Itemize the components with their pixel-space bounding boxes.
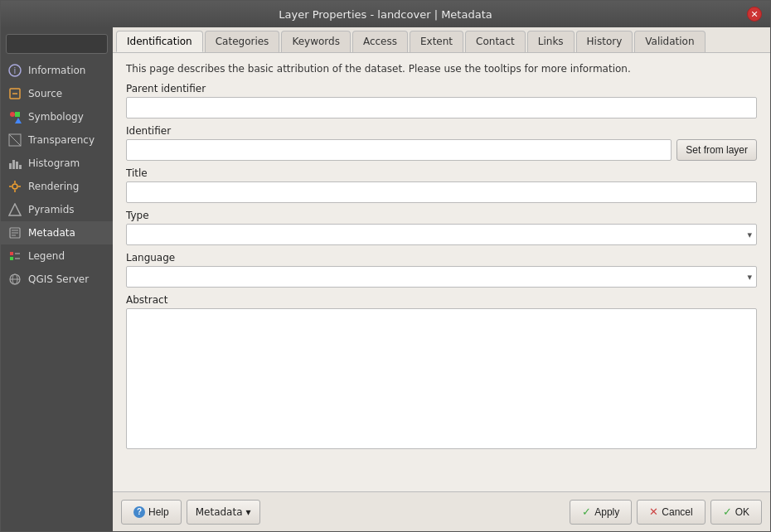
sidebar-item-label-symbology: Symbology: [28, 111, 84, 123]
title-label: Title: [126, 167, 757, 179]
svg-marker-6: [15, 118, 22, 123]
sidebar-item-legend[interactable]: Legend: [1, 244, 113, 268]
tab-access[interactable]: Access: [352, 31, 408, 52]
symbology-icon: [7, 109, 22, 124]
close-button[interactable]: ✕: [747, 7, 762, 22]
cancel-button[interactable]: ✕ Cancel: [637, 500, 705, 525]
svg-rect-5: [15, 112, 20, 117]
svg-rect-9: [12, 160, 15, 169]
window-title: Layer Properties - landcover | Metadata: [24, 8, 747, 21]
sidebar: iInformationSourceSymbologyTransparencyH…: [1, 27, 113, 531]
set-from-layer-button[interactable]: Set from layer: [676, 139, 757, 161]
apply-button[interactable]: ✓ Apply: [570, 500, 632, 525]
footer: ? Help Metadata ▾ ✓ Apply ✕ Canc: [113, 491, 770, 531]
svg-point-4: [10, 112, 15, 117]
language-select[interactable]: [126, 266, 757, 288]
tab-contact[interactable]: Contact: [465, 31, 526, 52]
sidebar-item-label-pyramids: Pyramids: [28, 204, 75, 215]
svg-marker-17: [9, 204, 21, 215]
legend-icon: [7, 249, 22, 264]
rendering-icon: [7, 179, 22, 194]
source-icon: [7, 86, 22, 101]
tab-links[interactable]: Links: [527, 31, 575, 52]
type-select[interactable]: [126, 224, 757, 245]
histogram-icon: [7, 156, 22, 171]
sidebar-item-label-information: Information: [28, 65, 85, 76]
identifier-label: Identifier: [126, 125, 757, 137]
metadata-dropdown[interactable]: Metadata ▾: [187, 500, 260, 525]
tab-identification[interactable]: Identification: [116, 31, 203, 52]
identifier-input[interactable]: [126, 139, 672, 161]
sidebar-item-qgis-server[interactable]: QGIS Server: [1, 268, 113, 291]
main-window: Layer Properties - landcover | Metadata …: [0, 0, 771, 532]
sidebar-item-symbology[interactable]: Symbology: [1, 105, 113, 128]
parent-identifier-label: Parent identifier: [126, 83, 757, 94]
sidebar-item-label-legend: Legend: [28, 250, 65, 262]
search-box[interactable]: [6, 34, 108, 54]
tab-categories[interactable]: Categories: [205, 31, 280, 52]
help-button[interactable]: ? Help: [121, 500, 182, 525]
ok-check-icon: ✓: [723, 505, 732, 518]
qgis-server-icon: [7, 272, 22, 287]
type-select-wrapper: [126, 224, 757, 245]
tab-validation[interactable]: Validation: [634, 31, 705, 52]
sidebar-item-source[interactable]: Source: [1, 82, 113, 105]
help-icon: ?: [133, 506, 145, 518]
ok-label: OK: [735, 506, 749, 518]
tab-bar: IdentificationCategoriesKeywordsAccessEx…: [113, 27, 770, 53]
apply-check-icon: ✓: [582, 505, 591, 518]
cancel-label: Cancel: [662, 506, 692, 518]
sidebar-item-metadata[interactable]: Metadata: [1, 221, 113, 244]
abstract-label: Abstract: [126, 294, 757, 306]
tab-keywords[interactable]: Keywords: [281, 31, 351, 52]
abstract-textarea[interactable]: [126, 308, 757, 449]
sidebar-item-transparency[interactable]: Transparency: [1, 128, 113, 152]
parent-identifier-input[interactable]: [126, 97, 757, 118]
sidebar-item-label-source: Source: [28, 88, 62, 99]
sidebar-item-information[interactable]: iInformation: [1, 59, 113, 82]
sidebar-item-histogram[interactable]: Histogram: [1, 152, 113, 175]
tab-extent[interactable]: Extent: [410, 31, 463, 52]
footer-left: ? Help Metadata ▾: [121, 500, 260, 525]
metadata-label: Metadata: [196, 506, 243, 518]
language-select-wrapper: [126, 266, 757, 288]
page-description: This page describes the basic attributio…: [126, 63, 757, 75]
main-content: iInformationSourceSymbologyTransparencyH…: [1, 27, 770, 531]
type-label: Type: [126, 210, 757, 221]
titlebar: Layer Properties - landcover | Metadata …: [1, 1, 770, 27]
information-icon: i: [7, 63, 22, 78]
transparency-icon: [7, 133, 22, 148]
svg-text:i: i: [14, 66, 17, 75]
sidebar-item-label-histogram: Histogram: [28, 157, 80, 169]
dropdown-arrow-icon: ▾: [246, 506, 251, 518]
search-input[interactable]: [12, 38, 102, 50]
footer-right: ✓ Apply ✕ Cancel ✓ OK: [570, 500, 762, 525]
svg-rect-10: [16, 162, 18, 169]
sidebar-item-label-qgis-server: QGIS Server: [28, 273, 89, 285]
identifier-row: Set from layer: [126, 139, 757, 161]
sidebar-item-label-transparency: Transparency: [28, 134, 95, 146]
cancel-x-icon: ✕: [649, 505, 658, 518]
sidebar-item-pyramids[interactable]: Pyramids: [1, 198, 113, 221]
svg-rect-22: [10, 252, 13, 255]
svg-rect-11: [19, 165, 22, 169]
title-input[interactable]: [126, 181, 757, 203]
svg-rect-8: [9, 163, 12, 169]
form-area: This page describes the basic attributio…: [113, 53, 770, 491]
right-panel: IdentificationCategoriesKeywordsAccessEx…: [113, 27, 770, 531]
pyramids-icon: [7, 202, 22, 217]
tab-history[interactable]: History: [576, 31, 633, 52]
sidebar-item-label-metadata: Metadata: [28, 227, 75, 239]
metadata-icon: [7, 225, 22, 240]
sidebar-item-rendering[interactable]: Rendering: [1, 175, 113, 198]
svg-point-12: [12, 184, 17, 189]
apply-label: Apply: [594, 506, 619, 518]
ok-button[interactable]: ✓ OK: [710, 500, 762, 525]
language-label: Language: [126, 252, 757, 264]
svg-rect-23: [10, 257, 13, 260]
help-label: Help: [148, 506, 169, 518]
sidebar-item-label-rendering: Rendering: [28, 181, 79, 192]
